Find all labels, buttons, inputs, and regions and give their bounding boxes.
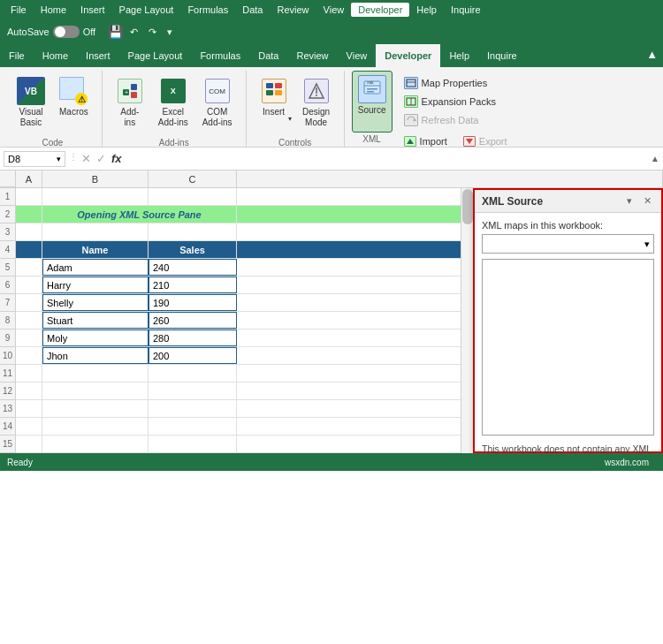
row-num-7[interactable]: 7 (0, 294, 15, 312)
autosave-switch[interactable] (53, 26, 80, 38)
cell-b6[interactable]: Harry (42, 277, 149, 293)
excel-add-ins-button[interactable]: X ExcelAdd-ins (152, 72, 194, 136)
cell-c8[interactable]: 260 (149, 312, 237, 329)
cell-b3[interactable] (42, 224, 149, 240)
cell-c9[interactable]: 280 (149, 330, 237, 346)
visual-basic-button[interactable]: VB VisualBasic (11, 72, 51, 136)
tab-page-layout[interactable]: Page Layout (119, 44, 192, 67)
row-num-12[interactable]: 12 (0, 383, 15, 400)
row-num-14[interactable]: 14 (0, 418, 15, 436)
row-num-1[interactable]: 1 (0, 188, 15, 206)
cell-a4[interactable] (16, 241, 42, 258)
insert-function-icon[interactable]: fx (111, 152, 122, 165)
design-mode-button[interactable]: DesignMode (296, 72, 337, 136)
tab-file[interactable]: File (0, 44, 34, 67)
row-num-9[interactable]: 9 (0, 330, 15, 347)
cell-c1[interactable] (149, 188, 237, 205)
col-header-c[interactable]: C (149, 170, 237, 187)
cell-a10[interactable] (16, 347, 42, 364)
tab-developer[interactable]: Developer (376, 44, 440, 67)
menu-help[interactable]: Help (409, 3, 444, 17)
cell-c3[interactable] (149, 224, 237, 240)
add-ins-button[interactable]: + Add-ins (110, 72, 150, 136)
row-num-8[interactable]: 8 (0, 312, 15, 330)
cell-c7[interactable]: 190 (149, 294, 237, 311)
row-num-13[interactable]: 13 (0, 400, 15, 418)
cell-a5[interactable] (16, 259, 42, 276)
cell-b1[interactable] (42, 188, 149, 205)
formula-input[interactable] (129, 152, 648, 166)
xml-panel-close[interactable]: ✕ (640, 194, 654, 208)
col-header-b[interactable]: B (42, 170, 149, 187)
cell-b9[interactable]: Moly (42, 330, 149, 346)
row-num-10[interactable]: 10 (0, 347, 15, 365)
import-button[interactable]: Import (398, 132, 453, 151)
menu-inquire[interactable]: Inquire (444, 3, 488, 17)
cell-a1[interactable] (16, 188, 42, 205)
menu-review[interactable]: Review (270, 3, 316, 17)
vertical-scrollbar[interactable] (461, 188, 473, 453)
scroll-thumb[interactable] (462, 189, 473, 224)
name-box[interactable]: D8 ▾ (4, 151, 65, 167)
cell-a6[interactable] (16, 277, 42, 293)
confirm-formula-icon[interactable]: ✓ (96, 152, 106, 165)
row-num-15[interactable]: 15 (0, 436, 15, 453)
map-properties-button[interactable]: Map Properties (398, 74, 514, 92)
formula-bar-expand[interactable]: ▲ (651, 154, 659, 163)
cell-b10[interactable]: Jhon (42, 347, 149, 364)
cell-a3[interactable] (16, 224, 42, 240)
cell-c5[interactable]: 240 (149, 259, 237, 276)
menu-home[interactable]: Home (34, 3, 73, 17)
row-num-6[interactable]: 6 (0, 277, 15, 294)
cancel-formula-icon[interactable]: ✕ (81, 152, 91, 165)
redo-button[interactable]: ↷ (145, 25, 160, 40)
row-num-11[interactable]: 11 (0, 365, 15, 383)
source-button[interactable]: XML Source (352, 71, 392, 133)
tab-home[interactable]: Home (34, 44, 77, 67)
tab-view[interactable]: View (338, 44, 377, 67)
menu-view[interactable]: View (316, 3, 352, 17)
refresh-data-button[interactable]: Refresh Data (398, 111, 514, 129)
tab-review[interactable]: Review (287, 44, 337, 67)
undo-button[interactable]: ↶ (126, 25, 141, 40)
row-num-5[interactable]: 5 (0, 259, 15, 277)
save-icon[interactable]: 💾 (108, 25, 123, 39)
name-box-dropdown[interactable]: ▾ (57, 155, 61, 163)
cell-b7[interactable]: Shelly (42, 294, 149, 311)
tab-formulas[interactable]: Formulas (191, 44, 249, 67)
cell-a8[interactable] (16, 312, 42, 329)
export-button[interactable]: Export (457, 132, 514, 151)
menu-developer[interactable]: Developer (351, 3, 409, 17)
cell-b8[interactable]: Stuart (42, 312, 149, 329)
cell-a2[interactable] (16, 206, 42, 223)
menu-page-layout[interactable]: Page Layout (112, 3, 181, 17)
xml-maps-dropdown[interactable]: ▾ (482, 234, 654, 254)
macros-button[interactable]: ⚠ Macros (53, 72, 95, 136)
tab-insert[interactable]: Insert (77, 44, 119, 67)
com-add-ins-button[interactable]: COM COMAdd-ins (196, 72, 239, 136)
cell-b5[interactable]: Adam (42, 259, 149, 276)
tab-data[interactable]: Data (249, 44, 287, 67)
xml-panel-pin[interactable]: ▾ (622, 194, 636, 208)
ribbon-minimize[interactable]: ▲ (641, 44, 663, 67)
insert-button[interactable]: Insert ▾ (254, 72, 294, 136)
row-num-3[interactable]: 3 (0, 224, 15, 241)
menu-insert[interactable]: Insert (73, 3, 112, 17)
col-header-a[interactable]: A (16, 170, 42, 187)
tab-help[interactable]: Help (440, 44, 478, 67)
menu-data[interactable]: Data (235, 3, 270, 17)
menu-formulas[interactable]: Formulas (180, 3, 235, 17)
cell-c6[interactable]: 210 (149, 277, 237, 293)
row-num-2[interactable]: 2 (0, 206, 15, 224)
cell-c4[interactable]: Sales (149, 241, 237, 258)
cell-a7[interactable] (16, 294, 42, 311)
cell-b4[interactable]: Name (42, 241, 149, 258)
cell-a9[interactable] (16, 330, 42, 346)
menu-file[interactable]: File (4, 3, 34, 17)
row-num-4[interactable]: 4 (0, 241, 15, 259)
customize-qat[interactable]: ▾ (164, 25, 176, 40)
expansion-packs-button[interactable]: Expansion Packs (398, 93, 514, 110)
cell-b2[interactable]: Opening XML Source Pane (42, 206, 237, 223)
cell-c10[interactable]: 200 (149, 347, 237, 364)
tab-inquire[interactable]: Inquire (478, 44, 526, 67)
